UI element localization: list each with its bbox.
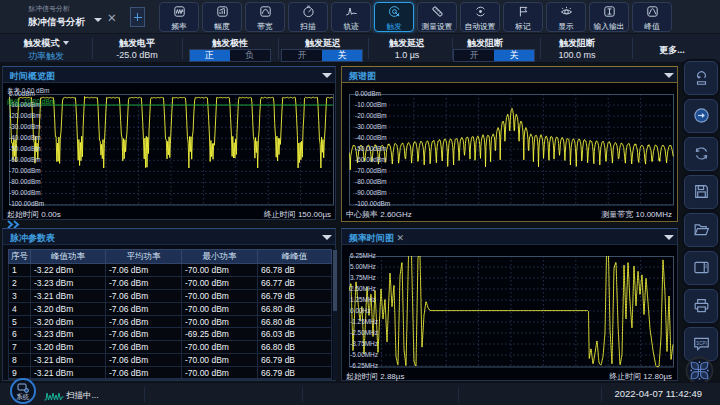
svg-text:SCPI: SCPI [696,341,706,346]
